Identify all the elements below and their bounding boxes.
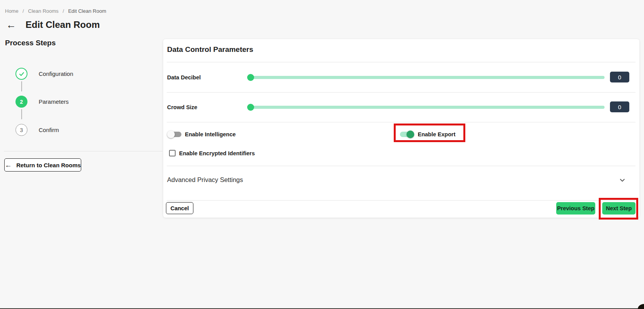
breadcrumb-separator: / (22, 8, 24, 14)
next-step-button[interactable]: Next Step (602, 202, 635, 215)
sidebar-divider (4, 151, 162, 151)
previous-step-button[interactable]: Previous Step (556, 202, 595, 215)
step-confirm[interactable]: 3 Confirm (15, 124, 59, 136)
step-parameters[interactable]: 2 Parameters (15, 96, 69, 108)
enable-export-label: Enable Export (418, 131, 456, 137)
divider (167, 62, 635, 62)
breadcrumb-home[interactable]: Home (5, 8, 19, 14)
step-label: Confirm (39, 127, 59, 133)
back-arrow-icon[interactable]: ← (6, 20, 16, 30)
step-connector (21, 81, 22, 91)
page-header: ← Edit Clean Room (6, 19, 100, 30)
step-complete-indicator (15, 68, 27, 80)
step-active-indicator: 2 (15, 96, 27, 108)
divider (167, 166, 635, 166)
step-connector (21, 109, 22, 119)
step-label: Parameters (39, 98, 69, 105)
breadcrumb-separator: / (63, 8, 64, 14)
cancel-button[interactable]: Cancel (166, 202, 193, 214)
chevron-down-icon[interactable] (619, 177, 626, 184)
left-arrow-icon: ← (5, 161, 12, 168)
return-button-label: Return to Clean Rooms (16, 162, 81, 168)
enable-encrypted-identifiers-label: Enable Encrypted Identifiers (179, 150, 255, 156)
data-decibel-slider-track[interactable] (249, 76, 605, 79)
data-control-parameters-panel: Data Control Parameters Data Decibel 0 C… (163, 39, 639, 218)
crowd-size-value: 0 (610, 101, 629, 112)
divider (167, 122, 635, 122)
enable-export-toggle[interactable] (400, 132, 413, 137)
panel-title: Data Control Parameters (167, 45, 253, 54)
page-title: Edit Clean Room (26, 19, 100, 30)
data-decibel-slider-thumb[interactable] (247, 74, 254, 81)
data-decibel-label: Data Decibel (167, 74, 201, 81)
step-upcoming-indicator: 3 (15, 124, 27, 136)
crowd-size-label: Crowd Size (167, 104, 197, 110)
enable-encrypted-identifiers-checkbox[interactable] (169, 150, 176, 156)
breadcrumb: Home / Clean Rooms / Edit Clean Room (5, 8, 106, 14)
process-steps-heading: Process Steps (5, 39, 56, 47)
data-decibel-value: 0 (610, 72, 629, 82)
crowd-size-slider-thumb[interactable] (247, 104, 254, 111)
step-label: Configuration (39, 70, 73, 77)
breadcrumb-clean-rooms[interactable]: Clean Rooms (28, 8, 59, 14)
return-to-clean-rooms-button[interactable]: ← Return to Clean Rooms (4, 158, 81, 172)
divider (167, 92, 635, 93)
breadcrumb-edit-clean-room: Edit Clean Room (68, 8, 106, 14)
screenshot-corner-artifact (638, 304, 644, 309)
toggle-knob (167, 130, 175, 138)
enable-intelligence-label: Enable Intelligence (185, 131, 236, 137)
enable-intelligence-toggle[interactable] (168, 132, 181, 137)
check-icon (19, 71, 25, 77)
crowd-size-slider-track[interactable] (249, 106, 605, 109)
toggle-knob (407, 130, 414, 138)
step-configuration[interactable]: Configuration (15, 68, 73, 80)
divider (167, 200, 635, 201)
advanced-privacy-settings-label[interactable]: Advanced Privacy Settings (167, 176, 243, 184)
